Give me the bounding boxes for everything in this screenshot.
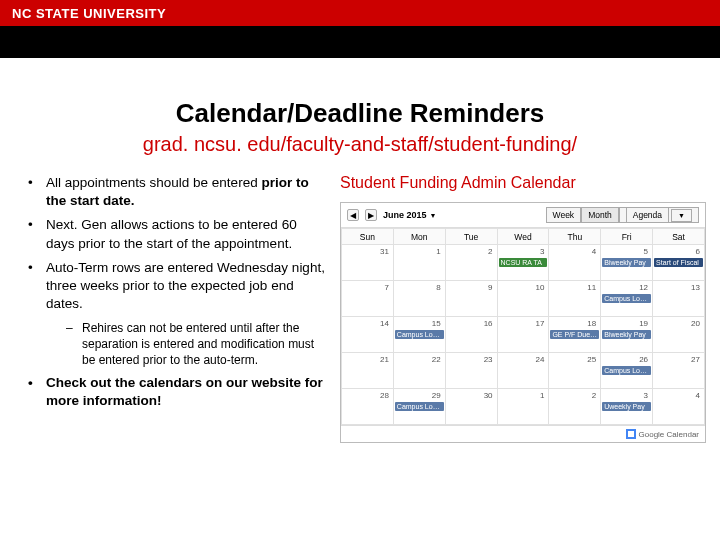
- day-cell[interactable]: 22: [393, 353, 445, 389]
- day-cell[interactable]: 7: [342, 281, 394, 317]
- day-cell[interactable]: 30: [445, 389, 497, 425]
- sub-bullet-1: Rehires can not be entered until after t…: [66, 320, 328, 369]
- content-row: All appointments should be entered prior…: [0, 156, 720, 443]
- day-cell[interactable]: 8: [393, 281, 445, 317]
- calendar-grid: Sun Mon Tue Wed Thu Fri Sat 31 1 2 3NCSU…: [341, 228, 705, 425]
- day-cell[interactable]: 12Campus Lockout: [601, 281, 653, 317]
- day-cell[interactable]: 4: [549, 245, 601, 281]
- event[interactable]: Biweekly Pay: [602, 330, 651, 339]
- day-cell[interactable]: 10: [497, 281, 549, 317]
- event[interactable]: NCSU RA TA: [499, 258, 548, 267]
- day-cell[interactable]: 31: [342, 245, 394, 281]
- day-cell[interactable]: 2: [549, 389, 601, 425]
- day-cell[interactable]: 1: [393, 245, 445, 281]
- day-cell[interactable]: 6Start of Fiscal: [653, 245, 705, 281]
- bullet-3: Auto-Term rows are entered Wednesday nig…: [28, 259, 328, 368]
- day-cell[interactable]: 27: [653, 353, 705, 389]
- day-cell[interactable]: 15Campus Lockout: [393, 317, 445, 353]
- day-cell[interactable]: 14: [342, 317, 394, 353]
- day-cell[interactable]: 11: [549, 281, 601, 317]
- day-head: Fri: [601, 229, 653, 245]
- day-head: Wed: [497, 229, 549, 245]
- day-header-row: Sun Mon Tue Wed Thu Fri Sat: [342, 229, 705, 245]
- day-cell[interactable]: 28: [342, 389, 394, 425]
- day-cell[interactable]: 26Campus Lockout: [601, 353, 653, 389]
- day-cell[interactable]: 24: [497, 353, 549, 389]
- day-cell[interactable]: 2: [445, 245, 497, 281]
- day-cell[interactable]: 4: [653, 389, 705, 425]
- google-calendar-icon: [626, 429, 636, 439]
- week-row: 7 8 9 10 11 12Campus Lockout 13: [342, 281, 705, 317]
- day-cell[interactable]: 23: [445, 353, 497, 389]
- slide-title: Calendar/Deadline Reminders: [0, 98, 720, 129]
- event[interactable]: Campus Lockout: [602, 366, 651, 375]
- prev-month-button[interactable]: ◀: [347, 209, 359, 221]
- day-head: Tue: [445, 229, 497, 245]
- day-head: Thu: [549, 229, 601, 245]
- svg-rect-1: [628, 431, 634, 437]
- event[interactable]: Campus Lockout: [602, 294, 651, 303]
- week-row: 31 1 2 3NCSU RA TA 4 5Biweekly Pay 6Star…: [342, 245, 705, 281]
- day-cell[interactable]: 5Biweekly Pay: [601, 245, 653, 281]
- header-bar: NC STATE UNIVERSITY: [0, 0, 720, 58]
- slide-subtitle: grad. ncsu. edu/faculty-and-staff/studen…: [0, 133, 720, 156]
- event[interactable]: GE P/F Due 1p: [550, 330, 599, 339]
- week-row: 28 29Campus Lockout 30 1 2 3Uweekly Pay …: [342, 389, 705, 425]
- day-head: Sun: [342, 229, 394, 245]
- brand-text: NC STATE UNIVERSITY: [12, 6, 166, 21]
- calendar-widget: ◀ ▶ June 2015▼ Week Month Agenda▼ Sun Mo…: [340, 202, 706, 443]
- event[interactable]: Uweekly Pay: [602, 402, 651, 411]
- view-week[interactable]: Week: [546, 207, 582, 223]
- week-row: 14 15Campus Lockout 16 17 18GE P/F Due 1…: [342, 317, 705, 353]
- event[interactable]: Start of Fiscal: [654, 258, 703, 267]
- view-agenda[interactable]: Agenda▼: [619, 207, 699, 223]
- chevron-down-icon: ▼: [671, 209, 692, 222]
- chevron-down-icon: ▼: [430, 212, 437, 219]
- day-cell[interactable]: 1: [497, 389, 549, 425]
- bullet-4: Check out the calendars on our website f…: [28, 374, 328, 410]
- day-head: Sat: [653, 229, 705, 245]
- bullet-2: Next. Gen allows actions to be entered 6…: [28, 216, 328, 252]
- day-cell[interactable]: 13: [653, 281, 705, 317]
- view-switcher: Week Month Agenda▼: [546, 207, 699, 223]
- calendar-title: Student Funding Admin Calendar: [340, 174, 706, 192]
- month-label[interactable]: June 2015▼: [383, 210, 436, 220]
- bullet-list: All appointments should be entered prior…: [28, 174, 328, 443]
- next-month-button[interactable]: ▶: [365, 209, 377, 221]
- day-cell[interactable]: 25: [549, 353, 601, 389]
- day-cell[interactable]: 17: [497, 317, 549, 353]
- calendar-toolbar: ◀ ▶ June 2015▼ Week Month Agenda▼: [341, 203, 705, 228]
- event[interactable]: Campus Lockout: [395, 402, 444, 411]
- view-month[interactable]: Month: [581, 207, 619, 223]
- day-cell[interactable]: 18GE P/F Due 1p: [549, 317, 601, 353]
- day-cell[interactable]: 3Uweekly Pay: [601, 389, 653, 425]
- event[interactable]: Biweekly Pay: [602, 258, 651, 267]
- day-cell[interactable]: 20: [653, 317, 705, 353]
- day-head: Mon: [393, 229, 445, 245]
- bullet-1: All appointments should be entered prior…: [28, 174, 328, 210]
- day-cell[interactable]: 21: [342, 353, 394, 389]
- title-block: Calendar/Deadline Reminders grad. ncsu. …: [0, 58, 720, 156]
- brand-bar: NC STATE UNIVERSITY: [0, 0, 720, 26]
- day-cell[interactable]: 9: [445, 281, 497, 317]
- day-cell[interactable]: 29Campus Lockout: [393, 389, 445, 425]
- day-cell[interactable]: 3NCSU RA TA: [497, 245, 549, 281]
- week-row: 21 22 23 24 25 26Campus Lockout 27: [342, 353, 705, 389]
- calendar-footer[interactable]: Google Calendar: [341, 425, 705, 442]
- day-cell[interactable]: 19Biweekly Pay: [601, 317, 653, 353]
- day-cell[interactable]: 16: [445, 317, 497, 353]
- event[interactable]: Campus Lockout: [395, 330, 444, 339]
- calendar-panel: Student Funding Admin Calendar ◀ ▶ June …: [340, 174, 706, 443]
